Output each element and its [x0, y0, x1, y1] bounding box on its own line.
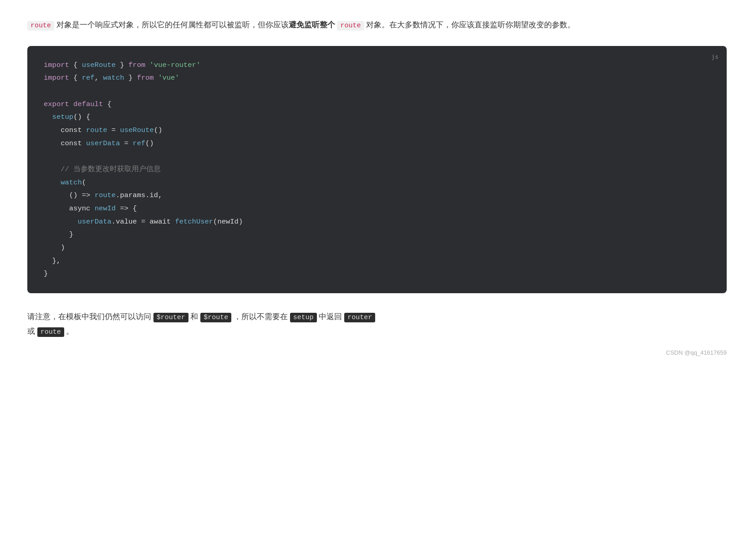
inline-code-route-bold: route	[337, 21, 364, 31]
intro-bold-text: 避免监听整个	[289, 20, 335, 29]
inline-code-route-intro: route	[27, 21, 54, 31]
inline-code-setup: setup	[290, 313, 317, 322]
csdn-watermark: CSDN @qq_41617659	[27, 348, 727, 358]
code-block: import { useRoute } from 'vue-router' im…	[44, 59, 710, 280]
bottom-text-3: ，所以不需要在	[234, 312, 288, 321]
bottom-text-6: 。	[66, 327, 74, 336]
inline-code-route-dollar: $route	[200, 313, 231, 322]
intro-text-before-bold: 对象是一个响应式对象，所以它的任何属性都可以被监听，但你应该	[56, 20, 289, 29]
intro-paragraph: route 对象是一个响应式对象，所以它的任何属性都可以被监听，但你应该避免监听…	[27, 18, 727, 32]
bottom-text-1: 请注意，在模板中我们仍然可以访问	[27, 312, 151, 321]
code-lang-label: js	[711, 51, 718, 62]
intro-text-after: 对象。在大多数情况下，你应该直接监听你期望改变的参数。	[366, 20, 575, 29]
bottom-text-5: 或	[27, 327, 35, 336]
bottom-text-2: 和	[190, 312, 198, 321]
csdn-watermark-text: CSDN @qq_41617659	[666, 349, 727, 356]
code-block-container: js import { useRoute } from 'vue-router'…	[27, 46, 727, 293]
bottom-paragraph: 请注意，在模板中我们仍然可以访问 $router 和 $route ，所以不需要…	[27, 310, 727, 339]
inline-code-route: route	[37, 327, 64, 337]
inline-code-router-dollar: $router	[153, 313, 188, 322]
bottom-text-4: 中返回	[319, 312, 342, 321]
inline-code-router: router	[344, 313, 375, 322]
